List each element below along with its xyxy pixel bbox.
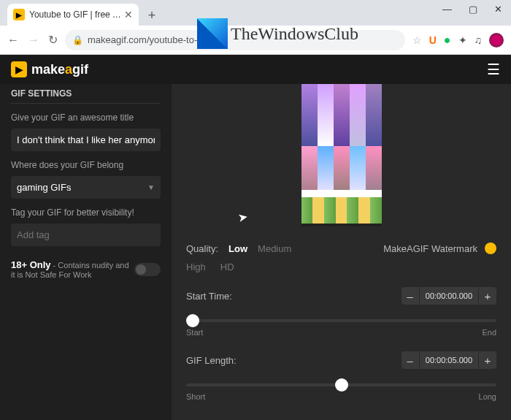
overlay-logo-text: TheWindowsClub [231,24,358,44]
extension-music-icon[interactable]: ♫ [474,34,483,46]
start-time-slider[interactable] [186,319,496,322]
tag-input[interactable] [11,224,161,246]
tab-close-icon[interactable]: ✕ [124,9,133,20]
category-value: gaming GIFs [17,182,71,193]
adult-label: 18+ Only - Contains nudity and it is Not… [11,259,134,279]
length-slider-left-label: Short [186,392,205,401]
gif-length-label: GIF Length: [186,355,237,366]
tag-label: Tag your GIF for better visibility! [11,207,161,218]
browser-tab[interactable]: ▶ Youtube to GIF | free YouTube to ✕ [7,4,139,26]
extension-grammarly-icon[interactable]: ● [444,34,451,47]
extension-u-icon[interactable]: U [429,34,437,46]
logo-text: makeagif [31,62,88,77]
sidebar-section-header: GIF SETTINGS [11,84,161,104]
length-slider-right-label: Long [479,392,496,401]
quality-medium[interactable]: Medium [258,243,291,254]
category-select[interactable]: gaming GIFs ▼ [11,176,161,199]
start-slider-left-label: Start [186,328,203,337]
watermark-label: MakeAGIF Watermark [383,243,477,254]
overlay-logo-icon [197,18,228,49]
video-preview[interactable] [301,84,382,226]
gif-length-slider[interactable] [186,383,496,386]
extensions-puzzle-icon[interactable]: ✦ [458,34,467,46]
start-time-minus-button[interactable]: – [402,287,419,305]
quality-low[interactable]: Low [228,243,247,254]
main-panel: Quality: Low Medium MakeAGIF Watermark H… [172,84,511,420]
menu-hamburger-icon[interactable]: ☰ [487,61,500,78]
nav-reload-icon[interactable]: ↻ [48,33,58,47]
watermark-overlay: TheWindowsClub [197,18,358,49]
start-time-plus-button[interactable]: + [479,287,496,305]
category-label: Where does your GIF belong [11,160,161,170]
tab-favicon-icon: ▶ [13,9,25,20]
nav-forward-icon[interactable]: → [28,34,39,47]
watermark-toggle[interactable] [485,243,496,254]
lock-icon: 🔒 [72,35,83,45]
length-slider-handle[interactable] [335,378,348,392]
app-logo[interactable]: ▶ makeagif [11,61,88,77]
logo-play-icon: ▶ [11,61,27,77]
nav-back-icon[interactable]: ← [7,34,19,47]
gif-length-stepper: – 00:00:05.000 + [402,351,496,369]
bookmark-star-icon[interactable]: ☆ [412,34,422,46]
adult-toggle[interactable] [134,263,161,276]
start-time-stepper: – 00:00:00.000 + [402,287,496,305]
url-text: makeagif.com/youtube-to-gif [88,34,207,45]
quality-high[interactable]: High [186,261,206,272]
tab-title: Youtube to GIF | free YouTube to [29,9,124,20]
title-label: Give your GIF an awesome title [11,112,161,123]
chevron-down-icon: ▼ [147,183,155,191]
length-plus-button[interactable]: + [479,351,496,369]
new-tab-button[interactable]: + [142,5,162,26]
length-value[interactable]: 00:00:05.000 [420,351,478,369]
start-slider-right-label: End [482,328,496,337]
app-header: ▶ makeagif ☰ [0,55,511,84]
quality-hd[interactable]: HD [220,261,234,272]
gif-title-input[interactable] [11,129,161,151]
settings-sidebar: GIF SETTINGS Give your GIF an awesome ti… [0,84,172,420]
start-time-label: Start Time: [186,291,232,302]
window-maximize-button[interactable]: ▢ [460,0,485,18]
length-minus-button[interactable]: – [402,351,419,369]
start-slider-handle[interactable] [186,314,199,327]
window-minimize-button[interactable]: — [434,0,460,18]
quality-label: Quality: [186,243,218,254]
profile-avatar[interactable] [489,33,504,47]
window-close-button[interactable]: ✕ [485,0,511,18]
start-time-value[interactable]: 00:00:00.000 [420,287,478,305]
